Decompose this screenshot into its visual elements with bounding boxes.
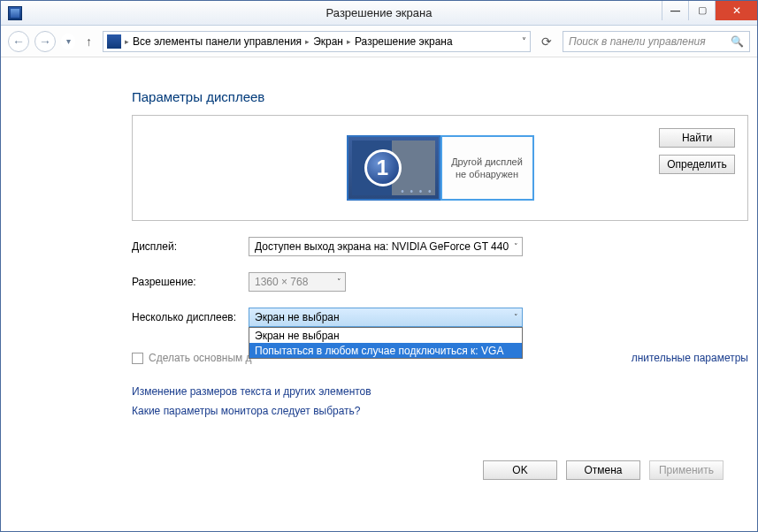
close-button[interactable]	[715, 1, 757, 20]
action-bar: OK Отмена Применить	[483, 460, 724, 480]
navbar: ← → ▾ ↑ ▸ Все элементы панели управления…	[1, 26, 757, 57]
chevron-down-icon: ˅	[514, 313, 518, 322]
content: Параметры дисплеев 1 • • • • Другой дисп…	[1, 57, 757, 531]
resolution-label: Разрешение:	[132, 276, 249, 288]
which-params-link[interactable]: Какие параметры монитора следует выбрать…	[132, 405, 748, 417]
nav-up-button[interactable]: ↑	[86, 34, 92, 49]
multiple-displays-label: Несколько дисплеев:	[132, 311, 249, 323]
monitor-dots-icon: • • • •	[401, 186, 433, 196]
dropdown-option-0[interactable]: Экран не выбран	[249, 328, 522, 343]
resize-text-link[interactable]: Изменение размеров текста и других элеме…	[132, 385, 748, 398]
monitor-undetected[interactable]: Другой дисплей не обнаружен	[440, 135, 534, 201]
display-preview: 1 • • • • Другой дисплей не обнаружен На…	[132, 115, 748, 221]
chevron-down-icon: ˅	[337, 277, 341, 286]
window-buttons	[662, 1, 757, 20]
breadcrumb-root[interactable]: Все элементы панели управления	[133, 35, 302, 48]
breadcrumb-dropdown-icon[interactable]: ˅	[522, 36, 526, 46]
titlebar: Разрешение экрана	[1, 1, 757, 26]
cancel-button[interactable]: Отмена	[566, 460, 640, 480]
nav-forward-button[interactable]: →	[34, 31, 56, 52]
make-primary-checkbox[interactable]	[132, 353, 143, 364]
search-placeholder: Поиск в панели управления	[569, 35, 706, 48]
resolution-select[interactable]: 1360 × 768 ˅	[249, 272, 346, 292]
search-input[interactable]: Поиск в панели управления 🔍	[563, 31, 750, 52]
multiple-displays-dropdown: Экран не выбран Попытаться в любом случа…	[249, 327, 523, 359]
resolution-row: Разрешение: 1360 × 768 ˅	[132, 272, 748, 292]
identify-button[interactable]: Определить	[659, 155, 735, 174]
chevron-down-icon: ˅	[514, 242, 518, 251]
window-root: Разрешение экрана ← → ▾ ↑ ▸ Все элементы…	[0, 0, 758, 532]
dropdown-option-1[interactable]: Попытаться в любом случае подключиться к…	[249, 343, 522, 358]
breadcrumb[interactable]: ▸ Все элементы панели управления ▸ Экран…	[103, 31, 531, 52]
monitor-number-badge: 1	[364, 149, 402, 186]
minimize-button[interactable]	[662, 1, 688, 20]
help-links: Изменение размеров текста и других элеме…	[132, 385, 748, 417]
window-title: Разрешение экрана	[326, 6, 433, 19]
chevron-right-icon: ▸	[305, 37, 310, 46]
nav-history-dropdown[interactable]: ▾	[61, 34, 75, 49]
refresh-button[interactable]: ⟳	[541, 34, 552, 49]
display-label: Дисплей:	[132, 240, 249, 253]
search-icon: 🔍	[731, 35, 744, 48]
chevron-right-icon: ▸	[347, 37, 351, 46]
apply-button[interactable]: Применить	[649, 460, 724, 480]
find-button[interactable]: Найти	[659, 128, 735, 148]
nav-back-button[interactable]: ←	[8, 31, 29, 52]
breadcrumb-mid[interactable]: Экран	[313, 35, 343, 48]
breadcrumb-leaf[interactable]: Разрешение экрана	[355, 35, 453, 48]
chevron-right-icon: ▸	[125, 37, 129, 46]
monitor-1[interactable]: 1 • • • •	[347, 135, 440, 201]
multiple-displays-row: Несколько дисплеев: Экран не выбран ˅ Эк…	[132, 308, 748, 327]
system-icon	[8, 6, 22, 20]
advanced-params-link[interactable]: лнительные параметры	[632, 352, 748, 364]
ok-button[interactable]: OK	[483, 460, 557, 480]
display-row: Дисплей: Доступен выход экрана на: NVIDI…	[132, 237, 748, 256]
page-heading: Параметры дисплеев	[132, 89, 748, 104]
multiple-displays-select[interactable]: Экран не выбран ˅ Экран не выбран Попыта…	[249, 308, 523, 327]
make-primary-label: Сделать основным д	[149, 352, 252, 364]
maximize-button[interactable]	[688, 1, 715, 20]
monitor-icon	[107, 34, 121, 49]
display-select[interactable]: Доступен выход экрана на: NVIDIA GeForce…	[249, 237, 523, 256]
